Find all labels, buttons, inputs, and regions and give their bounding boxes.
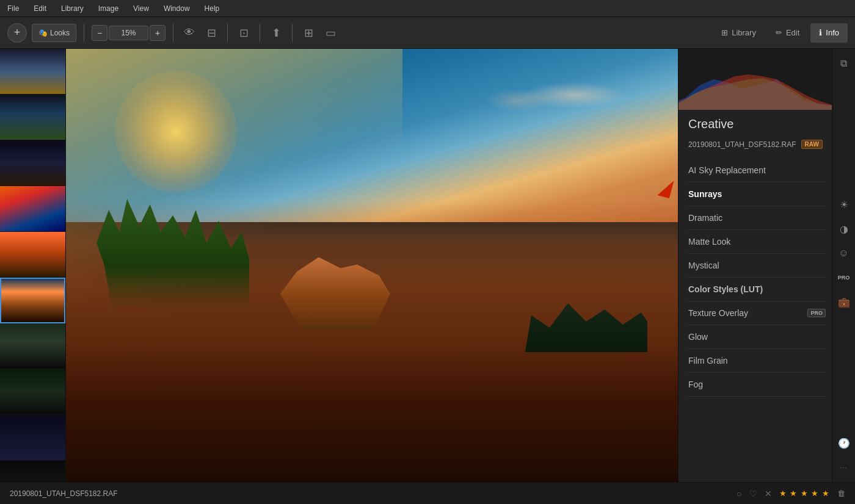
- looks-icon: 🎭: [38, 29, 48, 37]
- main-photo: [66, 49, 678, 482]
- star-2: ★: [790, 489, 798, 498]
- menu-item-fog-label: Fog: [688, 380, 703, 389]
- right-panel: Creative 20190801_UTAH_DSF5182.RAF RAW A…: [678, 49, 855, 482]
- menu-item-ai-sky[interactable]: AI Sky Replacement: [688, 159, 826, 182]
- menu-file[interactable]: File: [5, 3, 21, 14]
- svg-marker-2: [679, 74, 855, 110]
- menu-edit[interactable]: Edit: [31, 3, 49, 14]
- filmstrip-thumb-5[interactable]: [0, 232, 65, 278]
- toolbar: + 🎭 Looks − 15% + 👁 ⊟ ⊡ ⬆ ⊞ ▭ ⊞ Library …: [0, 17, 855, 49]
- panel-icons: ⧉ ☀ ◑ ☺ PRO 💼 🕐 ···: [832, 49, 855, 482]
- panel-filename: 20190801_UTAH_DSF5182.RAF: [688, 140, 796, 149]
- preview-button[interactable]: 👁: [181, 24, 198, 41]
- clock-icon[interactable]: 🕐: [834, 433, 854, 453]
- zoom-minus-button[interactable]: −: [92, 25, 107, 41]
- menu-item-dramatic[interactable]: Dramatic: [688, 206, 826, 230]
- menu-item-dramatic-label: Dramatic: [688, 213, 722, 223]
- menu-item-texture-overlay-label: Texture Overlay: [688, 308, 748, 318]
- star-3: ★: [801, 489, 809, 498]
- menu-item-color-styles[interactable]: Color Styles (LUT): [688, 278, 826, 301]
- main-content: Creative 20190801_UTAH_DSF5182.RAF RAW A…: [0, 49, 855, 482]
- star-rating[interactable]: ★ ★ ★ ★ ★: [779, 489, 831, 498]
- filmstrip-thumb-9[interactable]: [0, 415, 65, 461]
- filmstrip: [0, 49, 66, 482]
- toolbar-separator-1: [84, 24, 84, 42]
- reject-icon[interactable]: ✕: [765, 489, 772, 499]
- menu-library[interactable]: Library: [59, 3, 86, 14]
- pro-icon[interactable]: PRO: [834, 268, 854, 287]
- toolbar-separator-4: [260, 24, 260, 42]
- library-icon: ⊞: [721, 28, 728, 37]
- crop-button[interactable]: ⊡: [235, 24, 252, 41]
- menu-item-sunrays-label: Sunrays: [688, 189, 722, 199]
- menu-item-texture-overlay[interactable]: Texture Overlay PRO: [688, 301, 826, 325]
- zoom-plus-button[interactable]: +: [150, 25, 166, 41]
- creative-panel: Creative 20190801_UTAH_DSF5182.RAF RAW A…: [679, 110, 855, 482]
- tab-info[interactable]: ℹ Info: [810, 23, 848, 43]
- face-icon[interactable]: ☺: [834, 243, 854, 263]
- menu-item-ai-sky-label: AI Sky Replacement: [688, 165, 766, 175]
- compare-button[interactable]: ⊟: [203, 24, 220, 41]
- zoom-value[interactable]: 15%: [109, 26, 148, 40]
- zoom-controls: − 15% +: [92, 25, 166, 41]
- toolbar-separator-3: [227, 24, 228, 42]
- portfolio-icon[interactable]: 💼: [834, 292, 854, 312]
- menu-help[interactable]: Help: [202, 3, 222, 14]
- filmstrip-thumb-4[interactable]: [0, 186, 65, 232]
- menu-image[interactable]: Image: [96, 3, 121, 14]
- menu-item-film-grain-label: Film Grain: [688, 356, 728, 365]
- edit-label: Edit: [786, 28, 799, 37]
- add-button[interactable]: +: [7, 23, 27, 43]
- looks-button[interactable]: 🎭 Looks: [32, 24, 76, 42]
- color-icon[interactable]: ◑: [834, 219, 854, 239]
- info-label: Info: [826, 28, 839, 37]
- filmstrip-thumb-7[interactable]: [0, 323, 65, 369]
- more-options-icon[interactable]: ···: [834, 458, 854, 477]
- tab-edit[interactable]: ✏ Edit: [767, 23, 808, 43]
- filmstrip-thumb-6[interactable]: [0, 278, 65, 323]
- status-filename: 20190801_UTAH_DSF5182.RAF: [10, 489, 118, 498]
- menu-bar: File Edit Library Image View Window Help: [0, 0, 855, 17]
- info-icon: ℹ: [819, 28, 822, 37]
- trash-icon[interactable]: 🗑: [837, 489, 845, 498]
- menu-item-film-grain[interactable]: Film Grain: [688, 349, 826, 373]
- export-button[interactable]: ⬆: [267, 24, 285, 41]
- adjust-icon[interactable]: ☀: [834, 195, 854, 214]
- panel-title: Creative: [688, 117, 826, 131]
- image-area: [66, 49, 678, 482]
- filmstrip-thumb-1[interactable]: [0, 49, 65, 95]
- menu-item-mystical-label: Mystical: [688, 261, 719, 270]
- clouds: [464, 71, 647, 120]
- filmstrip-thumb-8[interactable]: [0, 369, 65, 415]
- filmstrip-button[interactable]: ▭: [322, 24, 339, 41]
- file-info-row: 20190801_UTAH_DSF5182.RAF RAW: [688, 140, 826, 149]
- layers-icon[interactable]: ⧉: [834, 54, 854, 73]
- filmstrip-thumb-3[interactable]: [0, 140, 65, 186]
- menu-item-matte-look-label: Matte Look: [688, 237, 730, 247]
- status-icons: ○ ♡ ✕ ★ ★ ★ ★ ★ 🗑: [737, 489, 845, 499]
- filmstrip-thumb-10[interactable]: [0, 461, 65, 482]
- heart-icon[interactable]: ♡: [749, 489, 757, 499]
- menu-item-matte-look[interactable]: Matte Look: [688, 230, 826, 254]
- menu-window[interactable]: Window: [161, 3, 192, 14]
- menu-item-sunrays[interactable]: Sunrays: [688, 182, 826, 206]
- star-1: ★: [779, 489, 787, 498]
- toolbar-separator-5: [292, 24, 293, 42]
- looks-label: Looks: [50, 29, 70, 37]
- menu-view[interactable]: View: [131, 3, 151, 14]
- tab-library[interactable]: ⊞ Library: [713, 23, 765, 43]
- menu-item-mystical[interactable]: Mystical: [688, 254, 826, 278]
- menu-item-glow-label: Glow: [688, 332, 708, 342]
- menu-item-glow[interactable]: Glow: [688, 325, 826, 349]
- pro-badge: PRO: [807, 309, 826, 317]
- star-4: ★: [811, 489, 819, 498]
- grid-button[interactable]: ⊞: [300, 24, 317, 41]
- circle-icon[interactable]: ○: [737, 489, 741, 499]
- edit-icon: ✏: [776, 28, 782, 37]
- histogram-chart: [679, 49, 855, 110]
- filmstrip-thumb-2[interactable]: [0, 95, 65, 140]
- menu-item-fog[interactable]: Fog: [688, 373, 826, 397]
- status-bar: 20190801_UTAH_DSF5182.RAF ○ ♡ ✕ ★ ★ ★ ★ …: [0, 482, 855, 504]
- histogram-area: [679, 49, 855, 110]
- toolbar-right: ⊞ Library ✏ Edit ℹ Info: [713, 23, 848, 43]
